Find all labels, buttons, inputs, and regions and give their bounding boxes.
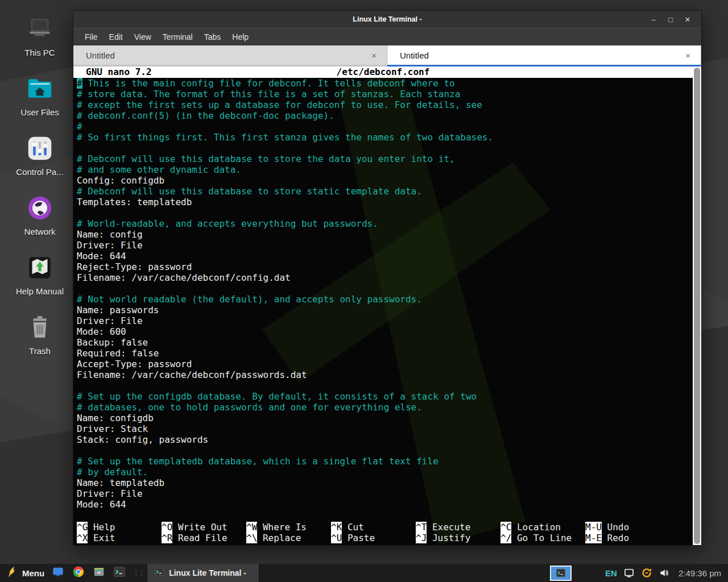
terminal-line bbox=[77, 380, 693, 391]
window-titlebar[interactable]: Linux Lite Terminal - – □ ✕ bbox=[73, 11, 701, 28]
computer-icon bbox=[24, 14, 55, 44]
shortcut-column: ^C Location^/ Go To Line bbox=[500, 522, 585, 543]
tab-untitled-2[interactable]: Untitled× bbox=[387, 45, 701, 66]
terminal-line bbox=[77, 143, 693, 153]
text-cursor: # bbox=[77, 78, 82, 89]
desktop-icon-list: This PCUser FilesControl Pa...NetworkHel… bbox=[7, 14, 73, 356]
terminal-content[interactable]: # This is the main config file for debco… bbox=[73, 78, 693, 510]
volume-icon[interactable] bbox=[659, 567, 670, 579]
terminal-line: Driver: Stack bbox=[77, 423, 693, 434]
shortcut-exit: ^X Exit bbox=[77, 533, 162, 543]
desktop-icon-help-manual[interactable]: Help Manual bbox=[7, 252, 73, 296]
tray-terminal-icon[interactable] bbox=[550, 566, 572, 581]
desktop-icon-label: Help Manual bbox=[16, 286, 64, 296]
terminal-icon bbox=[113, 566, 126, 580]
shortcut-column: ^O Write Out^R Read File bbox=[162, 522, 246, 543]
minimize-icon[interactable]: – bbox=[648, 15, 659, 24]
window-title: Linux Lite Terminal - bbox=[73, 15, 701, 23]
terminal-line: Stack: config, passwords bbox=[77, 434, 693, 445]
shortcut-write-out: ^O Write Out bbox=[162, 522, 246, 533]
window-controls: – □ ✕ bbox=[648, 15, 701, 24]
shortcut-column: ^T Execute^J Justify bbox=[416, 522, 500, 543]
terminal-line: Mode: 600 bbox=[77, 326, 693, 337]
desktop-icon-trash[interactable]: Trash bbox=[7, 312, 73, 356]
clock[interactable]: 2:49:36 pm bbox=[679, 568, 721, 578]
maximize-icon[interactable]: □ bbox=[665, 15, 676, 24]
close-icon[interactable]: ✕ bbox=[682, 15, 693, 24]
help-manual-icon bbox=[24, 252, 55, 283]
terminal-line: Name: templatedb bbox=[77, 477, 693, 488]
terminal-line bbox=[77, 207, 693, 218]
terminal-line: Reject-Type: password bbox=[77, 261, 693, 272]
menu-item-terminal[interactable]: Terminal bbox=[157, 30, 198, 44]
scrollbar[interactable] bbox=[693, 66, 701, 545]
shortcut-read-file: ^R Read File bbox=[162, 533, 246, 543]
shortcut-undo: M-U Undo bbox=[585, 522, 670, 533]
scrollbar-thumb[interactable] bbox=[694, 68, 700, 544]
menu-item-help[interactable]: Help bbox=[226, 30, 254, 44]
shortcut-help: ^G Help bbox=[77, 522, 162, 533]
tab-close-icon[interactable]: × bbox=[369, 51, 379, 60]
terminal-line: Config: configdb bbox=[77, 175, 693, 186]
desktop-icon-this-pc[interactable]: This PC bbox=[7, 14, 73, 57]
start-menu-label: Menu bbox=[22, 568, 44, 578]
menu-bar: FileEditViewTerminalTabsHelp bbox=[73, 28, 701, 45]
desktop-icon-network[interactable]: Network bbox=[7, 193, 73, 236]
shortcut-execute: ^T Execute bbox=[416, 522, 500, 533]
control-panel-icon bbox=[24, 133, 55, 164]
trash-icon bbox=[24, 312, 55, 343]
display-settings-icon[interactable] bbox=[623, 567, 635, 579]
tab-bar: Untitled×Untitled× bbox=[73, 45, 701, 66]
shortcut-location: ^C Location bbox=[500, 522, 585, 533]
tab-close-icon[interactable]: × bbox=[683, 51, 693, 60]
nano-titlebar: GNU nano 7.2 /etc/debconf.conf bbox=[73, 66, 693, 78]
terminal-line: # This is the main config file for debco… bbox=[77, 78, 693, 89]
shortcut-key: ^/ bbox=[500, 533, 511, 543]
shortcut-redo: M-E Redo bbox=[585, 533, 670, 543]
menu-item-edit[interactable]: Edit bbox=[104, 30, 129, 44]
shortcut-justify: ^J Justify bbox=[416, 533, 500, 543]
launcher-archive-manager[interactable] bbox=[90, 565, 107, 581]
desktop-icon-control-pa[interactable]: Control Pa... bbox=[7, 133, 73, 177]
network-globe-icon bbox=[24, 193, 55, 223]
launcher-file-manager[interactable] bbox=[49, 565, 67, 581]
shortcut-key: ^U bbox=[331, 533, 342, 543]
nano-shortcut-bar: ^G Help^X Exit^O Write Out^R Read File^W… bbox=[77, 522, 684, 543]
desktop-icon-user-files[interactable]: User Files bbox=[7, 73, 73, 117]
terminal-line: # World-readable, and accepts everything… bbox=[77, 218, 693, 229]
linux-lite-feather-icon bbox=[7, 566, 18, 580]
start-menu-button[interactable]: Menu bbox=[3, 566, 48, 580]
shortcut-key: M-U bbox=[585, 522, 602, 533]
tab-untitled-1[interactable]: Untitled× bbox=[73, 45, 387, 66]
menu-item-file[interactable]: File bbox=[79, 30, 104, 44]
folder-home-icon bbox=[24, 73, 55, 104]
shortcut-key: ^K bbox=[331, 522, 342, 533]
terminal-line: # bbox=[77, 121, 693, 132]
menu-item-view[interactable]: View bbox=[129, 30, 157, 44]
archive-icon bbox=[93, 566, 105, 580]
terminal-line: # Debconf will use this database to stor… bbox=[77, 153, 693, 164]
terminal-line: # debconf.conf(5) (in the debconf-doc pa… bbox=[77, 110, 693, 121]
terminal-line: # Debconf will use this database to stor… bbox=[77, 186, 693, 197]
terminal-icon bbox=[154, 567, 164, 579]
terminal-window: Linux Lite Terminal - – □ ✕ FileEditView… bbox=[73, 10, 702, 546]
menu-item-tabs[interactable]: Tabs bbox=[198, 30, 227, 44]
tab-label: Untitled bbox=[400, 51, 429, 60]
shortcut-key: ^T bbox=[416, 522, 427, 533]
desktop-icon-label: This PC bbox=[24, 48, 55, 57]
terminal-line: Filename: /var/cache/debconf/config.dat bbox=[77, 272, 693, 283]
terminal-line: Backup: false bbox=[77, 337, 693, 348]
keyboard-layout-indicator[interactable]: EN bbox=[605, 568, 617, 578]
terminal-area[interactable]: GNU nano 7.2 /etc/debconf.conf # This is… bbox=[73, 66, 701, 545]
shortcut-key: ^C bbox=[500, 522, 511, 533]
terminal-line: # except the first sets up a database fo… bbox=[77, 99, 693, 110]
tab-label: Untitled bbox=[86, 51, 115, 60]
terminal-line: Name: config bbox=[77, 229, 693, 240]
launcher-terminal[interactable] bbox=[111, 565, 128, 581]
task-button-terminal[interactable]: Linux Lite Terminal - bbox=[147, 564, 259, 582]
shortcut-column: ^W Where Is^\ Replace bbox=[246, 522, 331, 543]
launcher-chrome-browser[interactable] bbox=[70, 565, 87, 581]
terminal-line bbox=[77, 445, 693, 456]
terminal-line: Required: false bbox=[77, 348, 693, 359]
update-manager-icon[interactable] bbox=[641, 567, 652, 579]
